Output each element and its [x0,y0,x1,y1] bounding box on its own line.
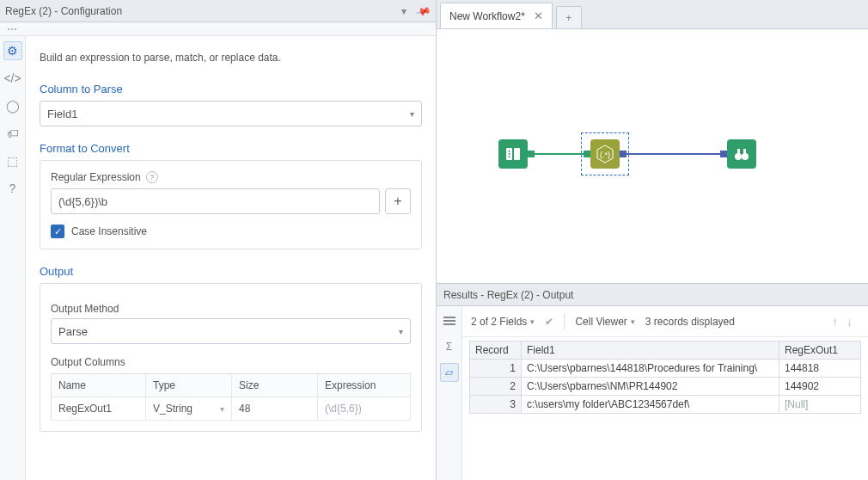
method-value: Parse [58,325,88,338]
cell-viewer-dropdown[interactable]: Cell Viewer ▾ [575,316,634,328]
svg-rect-9 [737,149,740,154]
workflow-tabs: New Workflow2* ✕ + [437,0,868,29]
col-name-header: Name [52,374,146,397]
chevron-down-icon: ▾ [631,317,635,326]
col-type-header: Type [146,374,232,397]
code-icon[interactable]: </> [3,69,22,88]
arrow-down-icon[interactable]: ↓ [847,315,853,329]
results-header: Results - RegEx (2) - Output [437,284,868,306]
config-header: RegEx (2) - Configuration ▾ 📌 [0,0,436,22]
workflow-tab[interactable]: New Workflow2* ✕ [440,3,553,28]
output-method-select[interactable]: Parse ▾ [51,318,411,344]
field1-header[interactable]: Field1 [522,342,779,360]
input-tool-node[interactable] [498,139,528,169]
chevron-down-icon: ▾ [220,404,224,414]
close-icon[interactable]: ✕ [534,9,543,22]
sigma-icon[interactable]: Σ [440,337,459,356]
check-icon[interactable]: ✔ [545,316,553,328]
col-expr-header: Expression [318,374,411,397]
svg-rect-1 [514,148,520,160]
workflow-canvas[interactable]: (.*) [437,29,868,284]
grid-row[interactable]: 1 C:\Users\pbarnes\144818\Procedures for… [470,360,861,378]
col-size-header: Size [232,374,318,397]
svg-point-3 [509,153,510,155]
regex-input[interactable]: (\d{5,6})\b [51,188,380,214]
drag-handle[interactable]: ⋯ [0,22,436,36]
results-controls: 2 of 2 Fields ▾ ✔ Cell Viewer ▾ 3 record… [462,306,868,337]
dropdown-icon[interactable]: ▾ [396,3,412,19]
format-section: Regular Expression ? (\d{5,6})\b + ✓ Cas… [40,160,422,249]
tag-icon[interactable]: 🏷 [3,124,22,143]
box-icon[interactable]: ⬚ [3,151,22,170]
col-type-cell[interactable]: V_String ▾ [146,397,232,421]
regex-value: (\d{5,6})\b [58,195,107,208]
grid-row[interactable]: 3 c:\users\my folder\ABC1234567def\ [Nul… [470,396,861,414]
output-label: Output [40,265,422,278]
chevron-down-icon: ▾ [399,327,403,336]
grid-header-row: Record Field1 RegExOut1 [470,342,861,360]
configuration-panel: RegEx (2) - Configuration ▾ 📌 ⋯ ⚙ </> ◯ … [0,0,437,480]
table-row[interactable]: RegExOut1 V_String ▾ 48 (\d{5,6}) [52,397,411,421]
output-section: Output Method Parse ▾ Output Columns Nam… [40,283,422,432]
case-insensitive-label: Case Insensitive [71,225,147,237]
column-value: Field1 [47,108,77,120]
format-label: Format to Convert [40,142,422,155]
records-displayed-text: 3 records displayed [645,316,735,328]
svg-point-8 [742,153,749,160]
target-icon[interactable]: ◯ [3,96,22,115]
columns-label: Output Columns [51,356,411,368]
gear-icon[interactable]: ⚙ [3,41,22,60]
results-grid: Record Field1 RegExOut1 1 C:\Users\pbarn… [469,341,861,414]
regex-add-button[interactable]: + [385,188,411,214]
browse-tool-node[interactable] [727,139,756,169]
connector [627,153,727,155]
col-name-cell[interactable]: RegExOut1 [52,397,146,421]
results-panel: Results - RegEx (2) - Output Σ ▱ 2 of 2 … [437,284,868,480]
column-to-parse-label: Column to Parse [40,83,422,95]
regex-tool-node[interactable]: (.*) [590,139,620,169]
col-expr-cell: (\d{5,6}) [318,397,411,421]
svg-point-2 [509,151,510,152]
arrow-up-icon[interactable]: ↑ [832,315,838,329]
results-toolstrip: Σ ▱ [437,306,462,480]
tab-label: New Workflow2* [449,10,525,22]
pin-icon[interactable]: 📌 [413,0,434,22]
intro-text: Build an expression to parse, match, or … [40,52,422,64]
chevron-down-icon: ▾ [410,109,414,119]
right-panel: New Workflow2* ✕ + (.*) Results - RegEx … [437,0,868,480]
table-header-row: Name Type Size Expression [52,374,411,397]
record-header[interactable]: Record [470,342,522,360]
svg-text:(.*): (.*) [600,151,610,159]
output-columns-table: Name Type Size Expression RegExOut1 V_St… [51,373,411,421]
chevron-down-icon: ▾ [530,317,535,326]
svg-rect-10 [743,149,746,154]
column-to-parse-select[interactable]: Field1 ▾ [40,101,422,126]
regexout1-header[interactable]: RegExOut1 [779,342,861,360]
case-insensitive-checkbox[interactable]: ✓ [51,225,64,238]
help-icon[interactable]: ? [3,179,22,198]
config-title: RegEx (2) - Configuration [5,5,393,17]
svg-point-4 [509,156,510,157]
svg-point-7 [735,153,742,160]
grid-row[interactable]: 2 C:\Users\pbarnes\NM\PR144902 144902 [470,378,861,396]
list-view-icon[interactable] [440,311,459,330]
results-title: Results - RegEx (2) - Output [443,289,573,301]
page-view-icon[interactable]: ▱ [440,363,459,382]
regex-label: Regular Expression [51,171,141,183]
col-size-cell[interactable]: 48 [232,397,318,421]
fields-dropdown[interactable]: 2 of 2 Fields ▾ [471,316,535,328]
new-tab-button[interactable]: + [556,6,582,28]
regex-help-icon[interactable]: ? [146,171,158,183]
config-toolstrip: ⚙ </> ◯ 🏷 ⬚ ? [0,36,26,480]
method-label: Output Method [51,303,411,315]
